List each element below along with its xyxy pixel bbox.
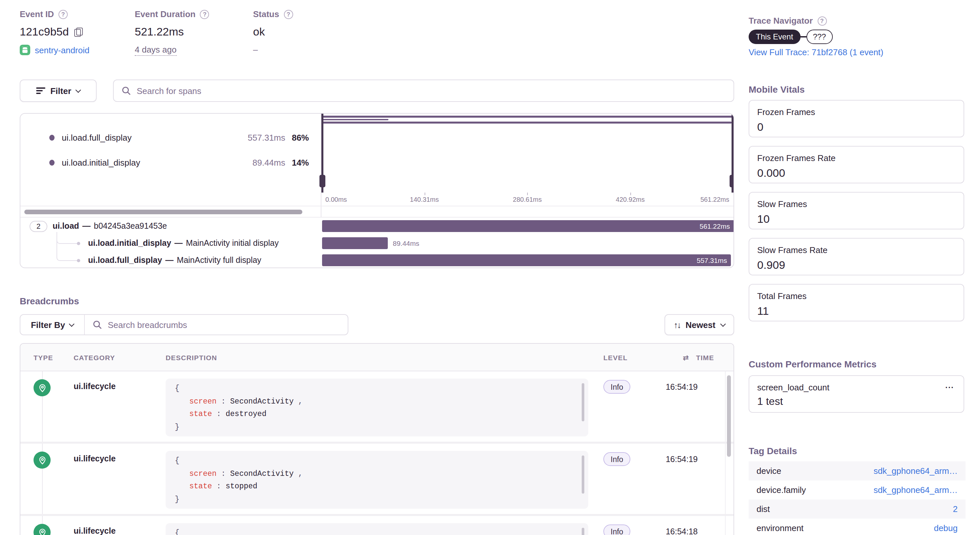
table-scroll-gutter	[725, 371, 725, 535]
breadcrumb-code-block: { screen : SecondActivity , state : stop…	[165, 451, 588, 509]
tag-value-link[interactable]: debug	[934, 523, 958, 533]
legend-row-full-display[interactable]: ui.load.full_display 557.31ms 86%	[21, 129, 321, 145]
span-search[interactable]	[113, 80, 734, 102]
sort-arrows-icon: ↑↓	[674, 320, 680, 330]
ellipsis-menu-icon[interactable]: •••	[944, 384, 956, 391]
span-row-ui-load[interactable]: 2 ui.load — b04245a3ea91453e 561.22ms	[21, 218, 733, 235]
filter-by-button[interactable]: Filter By	[21, 315, 85, 334]
copy-icon[interactable]	[74, 28, 83, 37]
span-search-input[interactable]	[137, 86, 725, 96]
vital-label: Total Frames	[757, 291, 956, 301]
event-duration-block: Event Duration ? 521.22ms 4 days ago	[135, 9, 209, 56]
code-scrollbar[interactable]	[581, 528, 584, 535]
legend-dot-icon	[49, 159, 54, 165]
project-link[interactable]: sentry-android	[35, 45, 89, 55]
status-block: Status ? ok –	[253, 9, 293, 54]
swap-sort-icon[interactable]: ⇄	[683, 353, 689, 361]
span-row-initial-display[interactable]: ui.load.initial_display — MainActivity i…	[21, 235, 733, 252]
legend-op: ui.load.initial_display	[62, 158, 239, 167]
tag-row: device.family sdk_gphone64_arm…	[749, 481, 966, 500]
event-age[interactable]: 4 days ago	[135, 45, 177, 56]
tag-value-link[interactable]: sdk_gphone64_arm…	[873, 466, 958, 476]
tag-value-link[interactable]: 2	[953, 504, 958, 514]
span-bar-duration: 89.44ms	[393, 237, 419, 249]
help-icon[interactable]: ?	[59, 10, 68, 19]
chevron-down-icon	[76, 87, 81, 93]
filter-by-label: Filter By	[31, 320, 65, 330]
horizontal-scrollbar[interactable]	[24, 210, 302, 214]
view-full-trace-link[interactable]: View Full Trace: 71bf2768 (1 event)	[749, 47, 883, 57]
breadcrumb-time: 16:54:19	[666, 455, 698, 464]
span-bar[interactable]: 561.22ms	[322, 220, 734, 232]
breadcrumbs-filter-bar: Filter By	[20, 314, 348, 335]
chevron-down-icon	[69, 321, 75, 326]
breadcrumb-row[interactable]: ui.lifecycle { Info 16:54:18	[21, 516, 733, 535]
vital-card: Slow Frames 10	[749, 192, 964, 229]
trace-navigator-label: Trace Navigator	[749, 16, 813, 25]
breadcrumbs-table: TYPE CATEGORY DESCRIPTION LEVEL ⇄ TIME u…	[20, 343, 734, 535]
tag-row: environment debug	[749, 519, 966, 535]
legend-row-initial-display[interactable]: ui.load.initial_display 89.44ms 14%	[21, 154, 321, 170]
level-badge: Info	[603, 524, 630, 535]
vital-label: Frozen Frames	[757, 107, 956, 117]
metric-name: screen_load_count	[757, 382, 829, 392]
span-bar[interactable]	[322, 237, 387, 249]
span-toolbar: Filter	[20, 80, 734, 102]
breadcrumb-category: ui.lifecycle	[74, 527, 116, 535]
span-count-pill[interactable]: 2	[30, 221, 47, 232]
vital-value: 0.909	[757, 259, 956, 272]
event-id-block: Event ID ? 121c9b5d sentry-android	[20, 9, 89, 55]
sort-newest-label: Newest	[686, 320, 716, 330]
minimap-left-handle[interactable]	[321, 114, 323, 193]
breadcrumb-row[interactable]: ui.lifecycle { screen : SecondActivity ,…	[21, 371, 733, 444]
minimap[interactable]	[321, 114, 733, 193]
filter-button-label: Filter	[50, 86, 71, 96]
unknown-trace-pill[interactable]: ???	[806, 30, 832, 44]
filter-button[interactable]: Filter	[20, 80, 97, 102]
table-scrollbar[interactable]	[727, 375, 730, 457]
breadcrumbs-table-header: TYPE CATEGORY DESCRIPTION LEVEL ⇄ TIME	[21, 344, 733, 371]
breadcrumb-code-block: {	[165, 523, 588, 535]
event-duration-label: Event Duration	[135, 9, 196, 19]
help-icon[interactable]: ?	[284, 10, 293, 19]
legend-duration: 89.44ms	[239, 158, 285, 167]
tag-value-link[interactable]: sdk_gphone64_arm…	[873, 485, 958, 495]
pill-connector	[800, 36, 806, 37]
time-axis: 0.00ms 140.31ms 280.61ms 420.92ms 561.22…	[321, 193, 733, 206]
code-scrollbar[interactable]	[581, 383, 584, 421]
column-time[interactable]: TIME	[696, 353, 714, 361]
vital-value: 0	[757, 121, 956, 134]
level-badge: Info	[603, 452, 630, 466]
legend-scroll-row	[21, 206, 733, 217]
tag-row: device sdk_gphone64_arm…	[749, 462, 966, 481]
sidebar: Trace Navigator ? This Event ??? View Fu…	[749, 0, 964, 535]
span-bar[interactable]: 557.31ms	[322, 254, 731, 266]
breadcrumb-code-block: { screen : SecondActivity , state : dest…	[165, 379, 588, 436]
help-icon[interactable]: ?	[817, 16, 827, 25]
custom-metrics-title: Custom Performance Metrics	[749, 359, 877, 369]
vital-label: Slow Frames Rate	[757, 245, 956, 255]
vital-label: Frozen Frames Rate	[757, 153, 956, 163]
span-waterfall-widget: ui.load.full_display 557.31ms 86% ui.loa…	[20, 113, 734, 268]
custom-metric-card: screen_load_count ••• 1 test	[749, 375, 964, 413]
legend-percent: 86%	[285, 132, 309, 142]
axis-tick-label: 420.92ms	[616, 196, 645, 203]
sort-newest-button[interactable]: ↑↓ Newest	[665, 314, 734, 335]
code-scrollbar[interactable]	[581, 455, 584, 494]
event-duration-value: 521.22ms	[135, 25, 184, 39]
breadcrumbs-search[interactable]	[85, 315, 348, 334]
span-row-full-display[interactable]: ui.load.full_display — MainActivity full…	[21, 252, 733, 268]
legend-op: ui.load.full_display	[62, 132, 239, 142]
help-icon[interactable]: ?	[200, 10, 209, 19]
tag-key: device.family	[757, 485, 806, 495]
span-description: b04245a3ea91453e	[94, 221, 167, 231]
breadcrumbs-search-input[interactable]	[108, 320, 340, 330]
tag-key: environment	[757, 523, 803, 533]
vital-card: Total Frames 11	[749, 284, 964, 322]
minimap-right-handle[interactable]	[732, 114, 733, 193]
location-pin-icon	[33, 452, 51, 469]
axis-tick-label: 280.61ms	[513, 196, 542, 203]
this-event-pill[interactable]: This Event	[749, 30, 800, 44]
breadcrumb-row[interactable]: ui.lifecycle { screen : SecondActivity ,…	[21, 444, 733, 516]
span-op: ui.load	[52, 221, 79, 231]
